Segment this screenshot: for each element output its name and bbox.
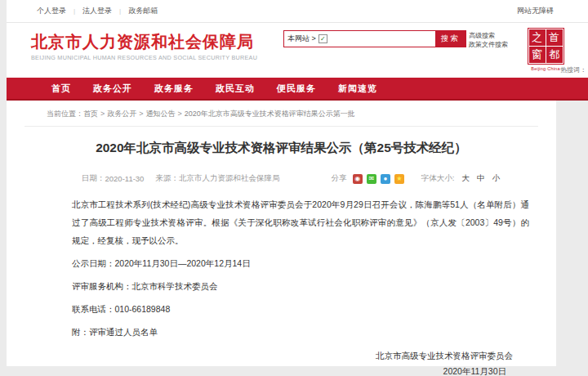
nav-item-convenience[interactable]: 便民服务 [277,83,316,95]
login-links: 个人登录 | 法人登录 | 政务邮箱 [37,6,158,16]
wechat-share-icon[interactable]: ✉ [367,174,376,184]
date-label: 日期： [82,173,105,184]
paragraph-attachment: 附：评审通过人员名单 [72,323,529,341]
font-size-large-button[interactable]: 大 [462,173,470,184]
article: 2020年北京市高级专业技术资格评审结果公示（第25号技术经纪） 日期： 202… [24,126,538,376]
share-label: 分享 [332,173,347,184]
breadcrumb: 当前位置：首页>政务公开>通知公告>2020年北京市高级专业技术资格评审结果公示… [7,101,556,126]
policy-file-search-link[interactable]: 政策文件搜索 [469,40,508,49]
font-size-medium-button[interactable]: 中 [477,173,485,184]
paragraph-review-agency: 评审服务机构：北京市科学技术委员会 [72,277,529,295]
meta-tools: 分享 ◉ ✉ ● ★ 字体大小: 大 中 小 [332,173,500,184]
search-scope-dropdown-icon[interactable]: ✓ [318,34,327,43]
seal-grid-icon: 之 首 窗 都 [528,28,564,65]
advanced-search-link[interactable]: 高级搜索 [469,31,508,40]
article-body: 北京市工程技术系列(技术经纪)高级专业技术资格评审委员会于2020年9月29日召… [72,195,529,341]
breadcrumb-item-home[interactable]: 首页 [83,110,98,118]
gov-mailbox-link[interactable]: 政务邮箱 [128,6,158,16]
nav-item-interaction[interactable]: 政民互动 [216,83,255,95]
search-box: 本网站 > ✓ 搜索 [283,30,466,47]
breadcrumb-item-disclosure[interactable]: 政务公开 [107,110,136,118]
search-scope[interactable]: 本网站 > ✓ [284,31,331,47]
breadcrumb-separator: > [139,110,143,118]
breadcrumb-item-notices[interactable]: 通知公告 [146,110,176,118]
separator: | [74,7,75,15]
seal-caption: Beijing·China [527,66,564,71]
signature-date: 2020年11月30日 [24,366,506,376]
seal-char: 之 [529,29,546,46]
source-value: 北京市人力资源和社会保障局 [179,173,280,184]
font-size-label: 字体大小: [421,173,455,184]
breadcrumb-separator: > [178,110,182,118]
search-side-links: 高级搜索 政策文件搜索 [469,31,508,49]
nav-item-news[interactable]: 新闻速览 [338,83,377,95]
nav-item-home[interactable]: 首页 [51,83,71,95]
weibo-share-icon[interactable]: ◉ [353,174,363,184]
paragraph-announcement: 北京市工程技术系列(技术经纪)高级专业技术资格评审委员会于2020年9月29日召… [72,195,529,249]
corporate-login-link[interactable]: 法人登录 [82,6,112,16]
paragraph-publicity-period: 公示日期：2020年11月30日—2020年12月14日 [72,254,529,272]
hot-search-words: 热搜词： 临时性岗位补贴 复工复产 疫情防控 社会保险 [560,65,588,74]
publish-date: 2020-11-30 [105,174,145,183]
qzone-share-icon[interactable]: ★ [394,174,404,184]
site-logo[interactable]: 北京市人力资源和社会保障局 BEIJING MUNICIPAL HUMAN RE… [31,32,257,61]
signature-committee: 北京市高级专业技术资格评审委员会 [24,351,513,362]
seal-char: 都 [546,47,563,63]
capital-window-seal-logo[interactable]: 之 首 窗 都 Beijing·China [527,28,564,71]
page-root: 个人登录 | 法人登录 | 政务邮箱 网站无障碍 北京市人力资源和社会保障局 B… [7,0,588,366]
nav-item-gov-disclosure[interactable]: 政务公开 [93,83,132,95]
search-scope-label: 本网站 > [287,34,316,44]
paragraph-contact-phone: 联系电话：010-66189848 [72,300,529,318]
site-name-english: BEIJING MUNICIPAL HUMAN RESOURCES AND SO… [31,54,257,61]
article-title: 2020年北京市高级专业技术资格评审结果公示（第25号技术经纪） [33,139,530,157]
breadcrumb-item-current: 2020年北京市高级专业技术资格评审结果公示第一批 [185,110,355,118]
main-nav: 首页 政务公开 政务服务 政民互动 便民服务 新闻速览 [7,78,588,101]
personal-login-link[interactable]: 个人登录 [37,6,66,16]
accessibility-link[interactable]: 网站无障碍 [517,6,554,16]
qq-share-icon[interactable]: ● [381,174,390,184]
site-header: 北京市人力资源和社会保障局 BEIJING MUNICIPAL HUMAN RE… [7,23,588,78]
search-input[interactable] [331,31,435,47]
font-size-small-button[interactable]: 小 [492,173,501,184]
search-area: 本网站 > ✓ 搜索 热搜词： 临时性岗位补贴 复工复产 疫情防控 社会保险 [283,30,466,47]
nav-item-gov-services[interactable]: 政务服务 [154,83,194,95]
top-utility-bar: 个人登录 | 法人登录 | 政务邮箱 网站无障碍 [7,0,588,23]
breadcrumb-label: 当前位置： [47,110,83,118]
content-panel: 当前位置：首页>政务公开>通知公告>2020年北京市高级专业技术资格评审结果公示… [7,101,556,366]
seal-char: 窗 [529,47,546,63]
seal-char: 首 [546,29,563,46]
search-button[interactable]: 搜索 [435,31,466,47]
site-name: 北京市人力资源和社会保障局 [31,32,257,51]
source-label: 来源： [155,173,179,184]
article-meta-bar: 日期： 2020-11-30 来源： 北京市人力资源和社会保障局 分享 ◉ ✉ … [82,173,500,184]
breadcrumb-separator: > [100,110,105,118]
separator: | [119,7,121,15]
